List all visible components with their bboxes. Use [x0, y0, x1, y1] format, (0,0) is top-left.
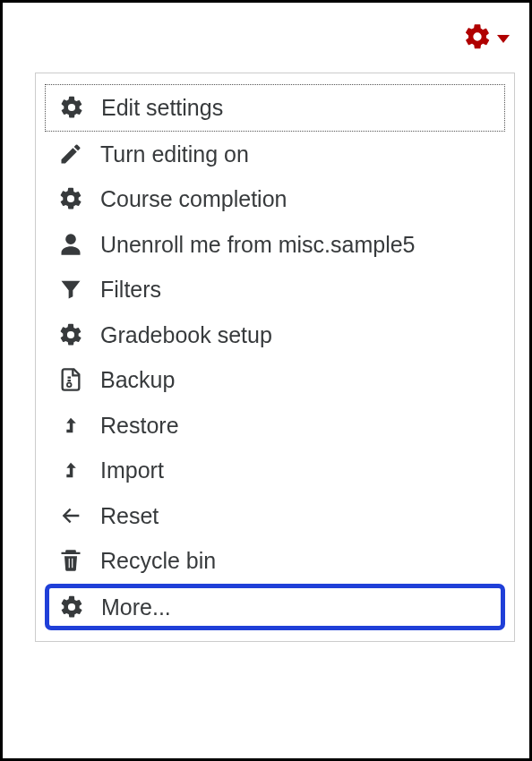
- gear-icon: [57, 185, 84, 212]
- gear-icon: [57, 321, 84, 348]
- zip-file-icon: [57, 366, 84, 393]
- trash-icon: [57, 547, 84, 574]
- menu-item-more[interactable]: More...: [45, 584, 505, 631]
- menu-item-label: Recycle bin: [100, 546, 489, 576]
- menu-item-restore[interactable]: Restore: [45, 403, 505, 449]
- menu-item-edit-settings[interactable]: Edit settings: [45, 84, 505, 132]
- menu-item-reset[interactable]: Reset: [45, 493, 505, 539]
- menu-item-turn-editing-on[interactable]: Turn editing on: [45, 132, 505, 177]
- menu-item-import[interactable]: Import: [45, 448, 505, 493]
- course-admin-dropdown: Edit settingsTurn editing onCourse compl…: [35, 73, 515, 642]
- user-icon: [57, 231, 84, 258]
- gear-icon: [58, 94, 85, 121]
- menu-item-label: Turn editing on: [100, 140, 489, 169]
- menu-item-backup[interactable]: Backup: [45, 357, 505, 403]
- menu-item-filters[interactable]: Filters: [45, 267, 505, 312]
- pencil-icon: [57, 141, 84, 167]
- menu-item-recycle-bin[interactable]: Recycle bin: [45, 538, 505, 584]
- menu-item-label: Filters: [100, 275, 489, 304]
- arrow-up-turn-icon: [57, 457, 84, 483]
- funnel-icon: [57, 276, 84, 303]
- menu-item-label: Reset: [100, 501, 489, 531]
- menu-item-unenroll-me-from-misc-sample5[interactable]: Unenroll me from misc.sample5: [45, 222, 505, 268]
- menu-item-label: More...: [101, 593, 488, 622]
- menu-item-course-completion[interactable]: Course completion: [45, 176, 505, 222]
- menu-item-label: Import: [100, 456, 489, 485]
- caret-down-icon: [497, 35, 510, 43]
- menu-item-label: Course completion: [100, 184, 489, 214]
- menu-item-label: Restore: [100, 411, 489, 440]
- arrow-up-turn-icon: [57, 412, 84, 439]
- menu-item-gradebook-setup[interactable]: Gradebook setup: [45, 312, 505, 358]
- menu-item-label: Unenroll me from misc.sample5: [100, 230, 489, 260]
- settings-gear-toggle[interactable]: [463, 22, 510, 55]
- gear-icon: [58, 594, 85, 620]
- arrow-left-icon: [57, 502, 84, 529]
- gear-icon: [463, 22, 492, 55]
- menu-item-label: Gradebook setup: [100, 321, 489, 350]
- menu-item-label: Edit settings: [101, 93, 488, 123]
- menu-item-label: Backup: [100, 365, 489, 395]
